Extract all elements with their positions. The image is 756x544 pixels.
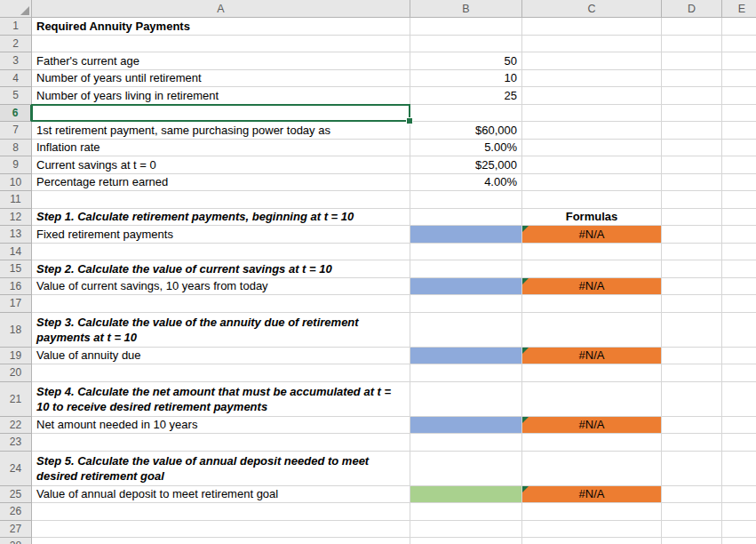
cell-E23[interactable] [722, 434, 756, 452]
row-header-18[interactable]: 18 [0, 313, 32, 348]
cell-C9[interactable] [522, 156, 662, 174]
cell-E15[interactable] [722, 260, 756, 278]
cell-C24[interactable] [522, 452, 662, 486]
cell-B9[interactable]: $25,000 [410, 156, 522, 174]
cell-A18[interactable]: Step 3. Calculate the value of the annui… [32, 313, 410, 348]
cell-B21[interactable] [410, 382, 522, 417]
cell-D20[interactable] [662, 364, 722, 382]
fill-handle[interactable] [406, 117, 413, 124]
cell-A1[interactable]: Required Annuity Payments [32, 18, 410, 36]
cell-B5[interactable]: 25 [410, 87, 522, 105]
cell-E25[interactable] [722, 486, 756, 504]
cell-B7[interactable]: $60,000 [410, 122, 522, 140]
cell-A20[interactable] [32, 364, 410, 382]
cell-D17[interactable] [662, 295, 722, 313]
cell-C4[interactable] [522, 70, 662, 88]
cell-B14[interactable] [410, 244, 522, 261]
column-header-E[interactable]: E [722, 0, 756, 18]
cell-E16[interactable] [722, 278, 756, 296]
cell-D5[interactable] [662, 87, 722, 105]
row-header-16[interactable]: 16 [0, 278, 32, 296]
cell-D28[interactable] [662, 538, 722, 544]
cell-B10[interactable]: 4.00% [410, 174, 522, 192]
cell-A2[interactable] [32, 36, 410, 53]
cell-E22[interactable] [722, 417, 756, 435]
cell-D26[interactable] [662, 503, 722, 521]
cell-E20[interactable] [722, 364, 756, 382]
cell-C19[interactable]: #N/A [522, 348, 662, 365]
cell-A17[interactable] [32, 295, 410, 313]
cell-A7[interactable]: 1st retirement payment, same purchasing … [32, 122, 410, 140]
cell-E26[interactable] [722, 503, 756, 521]
cell-E9[interactable] [722, 156, 756, 174]
cell-B1[interactable] [410, 18, 522, 36]
row-header-19[interactable]: 19 [0, 348, 32, 365]
row-header-1[interactable]: 1 [0, 18, 32, 36]
cell-C6[interactable] [522, 105, 662, 123]
cell-D10[interactable] [662, 174, 722, 192]
cell-A23[interactable] [32, 434, 410, 452]
cell-A14[interactable] [32, 244, 410, 261]
column-header-A[interactable]: A [32, 0, 410, 18]
cell-A13[interactable]: Fixed retirement payments [32, 226, 410, 244]
cell-C21[interactable] [522, 382, 662, 417]
column-header-C[interactable]: C [522, 0, 662, 18]
cell-A21[interactable]: Step 4. Calculate the net amount that mu… [32, 382, 410, 417]
cell-C28[interactable] [522, 538, 662, 544]
cell-B6[interactable] [410, 105, 522, 123]
cell-E6[interactable] [722, 105, 756, 123]
cell-E1[interactable] [722, 18, 756, 36]
cell-E10[interactable] [722, 174, 756, 192]
cell-A12[interactable]: Step 1. Calculate retirement payments, b… [32, 209, 410, 227]
cell-D19[interactable] [662, 348, 722, 365]
cell-A10[interactable]: Percentage return earned [32, 174, 410, 192]
cell-C27[interactable] [522, 521, 662, 539]
cell-D4[interactable] [662, 70, 722, 88]
cell-B2[interactable] [410, 36, 522, 53]
cell-D1[interactable] [662, 18, 722, 36]
cell-E18[interactable] [722, 313, 756, 348]
cell-B27[interactable] [410, 521, 522, 539]
row-header-27[interactable]: 27 [0, 521, 32, 539]
cell-B25[interactable] [410, 486, 522, 504]
row-header-13[interactable]: 13 [0, 226, 32, 244]
cell-D8[interactable] [662, 140, 722, 157]
cell-B20[interactable] [410, 364, 522, 382]
cell-C17[interactable] [522, 295, 662, 313]
cell-B26[interactable] [410, 503, 522, 521]
cell-A11[interactable] [32, 191, 410, 209]
cell-C15[interactable] [522, 260, 662, 278]
row-header-21[interactable]: 21 [0, 382, 32, 417]
row-header-2[interactable]: 2 [0, 36, 32, 53]
row-header-15[interactable]: 15 [0, 260, 32, 278]
row-header-25[interactable]: 25 [0, 486, 32, 504]
cell-C20[interactable] [522, 364, 662, 382]
row-header-26[interactable]: 26 [0, 503, 32, 521]
cell-B22[interactable] [410, 417, 522, 435]
cell-A26[interactable] [32, 503, 410, 521]
cell-E14[interactable] [722, 244, 756, 261]
cell-E28[interactable] [722, 538, 756, 544]
cell-C1[interactable] [522, 18, 662, 36]
row-header-12[interactable]: 12 [0, 209, 32, 227]
cell-E7[interactable] [722, 122, 756, 140]
cell-D14[interactable] [662, 244, 722, 261]
cell-C25[interactable]: #N/A [522, 486, 662, 504]
cell-D23[interactable] [662, 434, 722, 452]
cell-A15[interactable]: Step 2. Calculate the value of current s… [32, 260, 410, 278]
cell-B18[interactable] [410, 313, 522, 348]
cell-E27[interactable] [722, 521, 756, 539]
cell-A19[interactable]: Value of annuity due [32, 348, 410, 365]
cell-D9[interactable] [662, 156, 722, 174]
cell-B28[interactable] [410, 538, 522, 544]
cell-B4[interactable]: 10 [410, 70, 522, 88]
cell-C18[interactable] [522, 313, 662, 348]
cell-B15[interactable] [410, 260, 522, 278]
cell-E13[interactable] [722, 226, 756, 244]
cell-D25[interactable] [662, 486, 722, 504]
cell-A6[interactable] [32, 105, 410, 123]
cell-D7[interactable] [662, 122, 722, 140]
cell-D13[interactable] [662, 226, 722, 244]
cell-D27[interactable] [662, 521, 722, 539]
row-header-7[interactable]: 7 [0, 122, 32, 140]
